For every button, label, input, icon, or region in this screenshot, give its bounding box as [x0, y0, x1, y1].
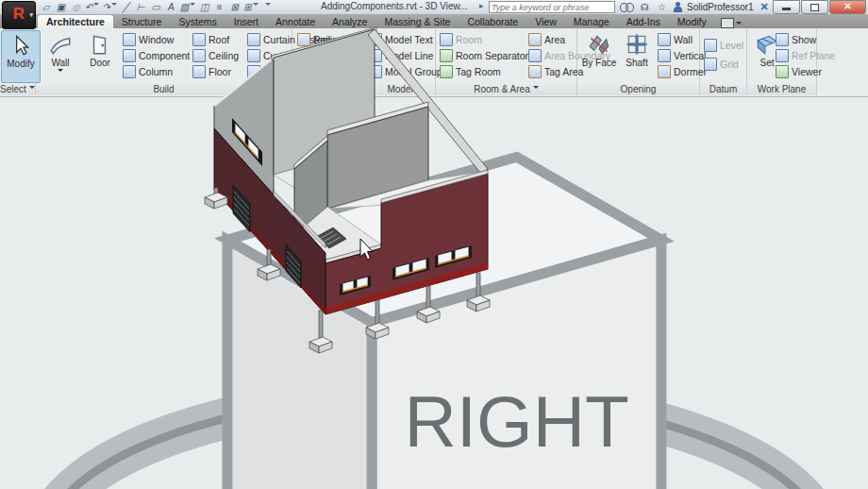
exchange-apps-icon[interactable]: ✕	[759, 1, 771, 13]
select-panel: Modify Select	[0, 28, 36, 95]
app-logo: R	[13, 5, 25, 23]
undo-button[interactable]: ↶	[85, 1, 99, 13]
qat-icon: A	[168, 2, 175, 12]
save-button[interactable]: ▣	[55, 1, 67, 13]
door-icon	[88, 32, 112, 57]
select-panel-label[interactable]: Select	[0, 83, 35, 95]
work-plane-panel: Set Show Ref Plane Viewer Work Plane	[747, 28, 817, 95]
window-controls: ✕	[772, 0, 866, 14]
dormer-icon	[658, 65, 671, 78]
qat-icon: ↶	[85, 2, 92, 12]
show-work-plane-button[interactable]: Show	[776, 32, 816, 47]
sync-button[interactable]: ◍	[70, 1, 82, 13]
datum-panel-label[interactable]: Datum	[700, 83, 746, 95]
modify-cursor-icon	[8, 33, 33, 58]
ref-plane-button[interactable]: Ref Plane	[776, 48, 835, 63]
column-icon	[123, 65, 136, 78]
wall-opening-icon	[658, 33, 671, 46]
datum-panel: Level Grid Datum	[700, 28, 747, 95]
signed-in-username[interactable]: SolidProfessor1	[687, 2, 754, 12]
communication-center-icon[interactable]: ☊	[639, 1, 651, 13]
title-expand-icon: ▸	[479, 1, 484, 10]
search-binoculars-icon[interactable]	[620, 2, 634, 12]
aligned-dimension-button[interactable]: ⊢	[135, 1, 147, 13]
door-button[interactable]: Door	[81, 30, 119, 81]
wall-icon	[48, 32, 73, 57]
work-plane-panel-label[interactable]: Work Plane	[747, 83, 816, 95]
qat-icon: ◫	[200, 2, 209, 12]
open-button[interactable]: ▱	[40, 1, 52, 13]
qat-icon: ⊞	[243, 2, 251, 12]
qat-icon: ▣	[57, 2, 65, 12]
favorites-star-icon[interactable]: ☆	[656, 1, 668, 13]
qat-icon: ⊠	[231, 2, 239, 12]
qat-icon: ▱	[42, 2, 50, 12]
qat-icon: ◍	[72, 2, 80, 12]
close-button[interactable]: ✕	[829, 0, 866, 14]
show-work-plane-icon	[776, 33, 789, 46]
redo-button[interactable]: ↷	[102, 1, 116, 13]
viewer-button[interactable]: Viewer	[776, 64, 822, 79]
qat-icon: ▭	[152, 2, 160, 12]
qat-icon: ⊢	[137, 2, 145, 12]
minimize-button[interactable]	[773, 0, 800, 14]
measure-button[interactable]: ╱	[120, 1, 132, 13]
qat-icon: ↷	[102, 2, 109, 12]
qat-icon: ╱	[123, 2, 128, 12]
ribbon-collapse-button[interactable]	[721, 17, 742, 28]
component-icon	[123, 49, 136, 62]
wall-opening-button[interactable]: Wall	[658, 32, 693, 47]
vertical-opening-button[interactable]: Vertical	[658, 48, 706, 63]
modify[interactable]: Modify	[669, 15, 715, 28]
vertical-opening-icon	[658, 49, 671, 62]
view-cube-face-label: RIGHT	[404, 381, 628, 462]
ref-plane-icon	[776, 49, 789, 62]
level-button[interactable]: Level	[704, 38, 743, 53]
viewer-icon	[776, 65, 789, 78]
window-icon	[123, 33, 136, 46]
level-icon	[704, 39, 717, 52]
3d-model[interactable]	[158, 12, 629, 357]
grid-icon	[704, 58, 717, 71]
restore-button[interactable]	[801, 0, 828, 14]
sign-in-person-icon[interactable]	[673, 2, 682, 13]
grid-button[interactable]: Grid	[704, 57, 739, 72]
qat-icon: ▧	[180, 2, 189, 12]
wall-button[interactable]: Wall	[42, 30, 79, 81]
architecture[interactable]: Architecture	[38, 15, 113, 28]
qat-icon: ≡	[217, 2, 223, 12]
revit-application-window: ▱▣◍↶↷╱⊢▭A▧◫≡⊠⊞ AddingComponents.rvt - 3D…	[0, 0, 868, 489]
modify-button[interactable]: Modify	[1, 30, 41, 83]
application-menu-button[interactable]: R▾	[2, 1, 36, 29]
